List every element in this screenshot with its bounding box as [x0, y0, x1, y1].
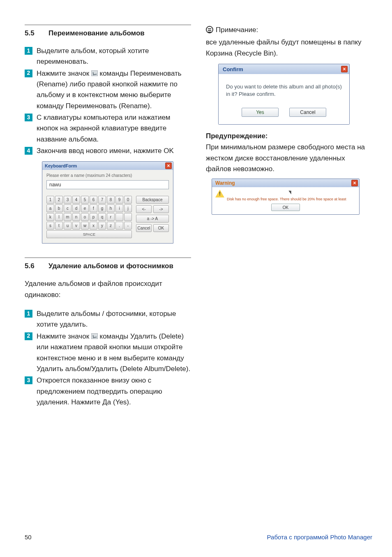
arrow-right-key[interactable]: ->: [153, 205, 169, 213]
page-number: 50: [25, 534, 32, 541]
arrow-left-key[interactable]: <-: [136, 205, 152, 213]
section-56-heading: 5.6 Удаление альбомов и фотоснимков: [25, 262, 191, 270]
keyboard-form-figure: KeyboardForm × Please enter a name (maxi…: [25, 157, 191, 244]
keyboard-key[interactable]: r: [107, 213, 115, 221]
dialog-body: Do you want to delete this album and all…: [219, 74, 349, 124]
note: Примечание:: [206, 25, 372, 35]
keyboard-key[interactable]: y: [98, 222, 106, 230]
left-column: 5.5 Переименование альбомов 1 Выделите а…: [25, 25, 191, 408]
side-keys: Backspace <- -> a -> A Cancel OK: [136, 196, 169, 239]
keyboard-key[interactable]: j: [124, 204, 132, 212]
keyboard-key[interactable]: k: [46, 213, 54, 221]
keyboard-key[interactable]: 5: [81, 196, 89, 204]
warning-body: При минимальном размере свободного места…: [206, 142, 372, 174]
keyboard-window: KeyboardForm × Please enter a name (maxi…: [42, 161, 173, 244]
list-item: 3 Откроется показанное внизу окно с пред…: [25, 375, 191, 408]
keyboard-key[interactable]: 4: [72, 196, 80, 204]
dialog-title: Confirm: [223, 66, 243, 72]
cursor-icon: [289, 190, 294, 195]
keyboard-key[interactable]: [115, 213, 123, 221]
keyboard-key[interactable]: 7: [98, 196, 106, 204]
right-column: Примечание: все удаленные файлы будут по…: [206, 25, 372, 408]
keyboard-key[interactable]: l: [55, 213, 63, 221]
keyboard-key[interactable]: s: [46, 222, 54, 230]
case-toggle-key[interactable]: a -> A: [136, 215, 169, 223]
ok-button[interactable]: OK: [153, 224, 169, 232]
section-56-steps: 1 Выделите альбомы / фотоснимки, которые…: [25, 309, 191, 408]
keyboard-key[interactable]: 2: [55, 196, 63, 204]
step-badge: 1: [25, 47, 32, 55]
keyboard-key[interactable]: h: [107, 204, 115, 212]
step-badge: 4: [25, 147, 32, 155]
keyboard-key[interactable]: 8: [107, 196, 115, 204]
footer-title: Работа с программой Photo Manager: [267, 534, 372, 541]
backspace-key[interactable]: Backspace: [136, 196, 169, 204]
section-55-steps: 1 Выделите альбом, который хотите переим…: [25, 46, 191, 156]
keyboard-key[interactable]: 1: [46, 196, 54, 204]
titlebar: Confirm ×: [219, 64, 349, 74]
step-text: Выделите альбомы / фотоснимки, которые х…: [37, 309, 191, 330]
dialog-body: Disk has no enough free space. There sho…: [212, 187, 359, 214]
keyboard-key[interactable]: b: [55, 204, 63, 212]
close-icon[interactable]: ×: [351, 180, 358, 186]
keyboard-key[interactable]: [124, 213, 132, 221]
step-text: С клавиатуры компьютера или нажатием кно…: [37, 112, 191, 145]
name-input[interactable]: [46, 180, 169, 189]
confirm-dialog: Confirm × Do you want to delete this alb…: [218, 64, 350, 125]
list-item: 4 Закончив ввод нового имени, нажмите OK: [25, 146, 191, 156]
keyboard-key[interactable]: .: [115, 222, 123, 230]
titlebar: KeyboardForm ×: [42, 162, 173, 170]
section-title: Удаление альбомов и фотоснимков: [48, 262, 191, 270]
cancel-button[interactable]: Cancel: [136, 224, 152, 232]
keyboard-key[interactable]: o: [81, 213, 89, 221]
ok-button[interactable]: OK: [271, 204, 300, 211]
keyboard-key[interactable]: 3: [64, 196, 71, 204]
window-body: Please enter a name (maximum 24 characte…: [42, 170, 173, 243]
close-icon[interactable]: ×: [165, 162, 172, 169]
keyboard-key[interactable]: z: [107, 222, 115, 230]
warning-figure: Warning × Disk has no enough free space.…: [206, 174, 372, 215]
space-key[interactable]: SPACE: [46, 230, 132, 238]
warning-dialog: Warning × Disk has no enough free space.…: [212, 179, 360, 215]
keyboard-key[interactable]: 6: [90, 196, 97, 204]
rule: [25, 25, 191, 25]
step-badge: 1: [25, 310, 32, 318]
rename-icon: [91, 70, 98, 76]
list-item: 1 Выделите альбомы / фотоснимки, которые…: [25, 309, 191, 330]
dialog-title: Warning: [215, 180, 235, 186]
section-55-heading: 5.5 Переименование альбомов: [25, 29, 191, 37]
keyboard-key[interactable]: m: [64, 213, 71, 221]
keyboard-key[interactable]: p: [90, 213, 97, 221]
step-text: Нажмите значок команды Переименовать (Re…: [37, 68, 191, 111]
yes-button[interactable]: Yes: [242, 108, 279, 117]
footer: 50 Работа с программой Photo Manager: [25, 534, 372, 541]
keyboard-key[interactable]: n: [72, 213, 80, 221]
close-icon[interactable]: ×: [341, 66, 348, 72]
list-item: 2 Нажмите значок команды Переименовать (…: [25, 68, 191, 111]
note-body: все удаленные файлы будут помещены в пап…: [206, 37, 372, 59]
keyboard-key[interactable]: f: [90, 204, 97, 212]
section-title: Переименование альбомов: [48, 29, 191, 37]
keyboard-key[interactable]: i: [115, 204, 123, 212]
keyboard-key[interactable]: 9: [115, 196, 123, 204]
dialog-message: Disk has no enough free space. There sho…: [227, 196, 356, 201]
keyboard-key[interactable]: v: [72, 222, 80, 230]
keyboard-key[interactable]: 0: [124, 196, 132, 204]
keyboard-key[interactable]: q: [98, 213, 106, 221]
keyboard-key[interactable]: c: [64, 204, 71, 212]
keyboard-key[interactable]: g: [98, 204, 106, 212]
keyboard-key[interactable]: w: [81, 222, 89, 230]
keyboard-key[interactable]: d: [72, 204, 80, 212]
confirm-figure: Confirm × Do you want to delete this alb…: [206, 59, 372, 125]
step-text: Закончив ввод нового имени, нажмите OK: [37, 146, 191, 156]
keyboard-key[interactable]: x: [90, 222, 97, 230]
keyboard-key[interactable]: e: [81, 204, 89, 212]
cancel-button[interactable]: Cancel: [289, 108, 326, 117]
keyboard-key[interactable]: t: [55, 222, 63, 230]
note-icon: [206, 26, 213, 33]
list-item: 3 С клавиатуры компьютера или нажатием к…: [25, 112, 191, 145]
keyboard-key[interactable]: -: [124, 222, 132, 230]
titlebar: Warning ×: [212, 179, 359, 187]
keyboard-key[interactable]: u: [64, 222, 71, 230]
keyboard-key[interactable]: a: [46, 204, 54, 212]
